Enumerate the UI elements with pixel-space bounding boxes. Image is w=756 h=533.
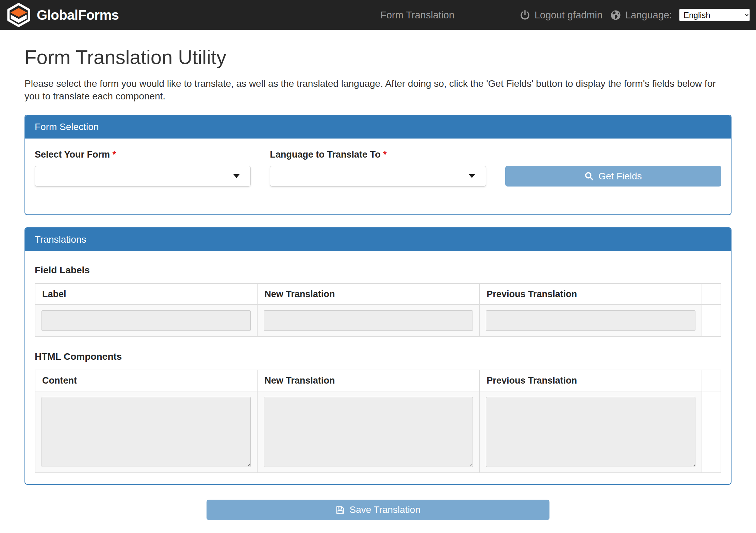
select-language-dropdown[interactable] [270,166,486,187]
select-form-label: Select Your Form * [35,149,251,160]
save-row: Save Translation [24,500,732,533]
form-selection-body: Select Your Form * Language to Translate… [25,139,731,214]
nav-item-form-translation[interactable]: Form Translation [380,0,455,30]
page-intro: Please select the form you would like to… [24,77,732,102]
brand[interactable]: GlobalForms [6,3,119,27]
top-navbar: GlobalForms Form Translation Logout gfad… [0,0,756,30]
html-components-heading: HTML Components [35,351,721,362]
search-icon [585,172,594,181]
select-form-dropdown[interactable] [35,166,251,187]
new-translation-textarea[interactable] [264,397,473,467]
column-header-empty [702,370,721,391]
column-header-label: Label [35,284,257,305]
empty-cell [702,391,721,473]
language-select[interactable]: English [679,9,750,21]
required-asterisk: * [113,149,116,160]
translations-header: Translations [25,228,731,251]
page-title: Form Translation Utility [24,46,732,68]
column-header-new-translation: New Translation [257,284,479,305]
get-fields-column: Get Fields [505,149,721,187]
table-row [35,391,721,473]
column-header-new-translation: New Translation [257,370,479,391]
column-header-content: Content [35,370,257,391]
globalforms-logo-icon [6,3,31,27]
field-labels-header-row: Label New Translation Previous Translati… [35,284,721,305]
column-header-empty [702,284,721,305]
field-new-translation-input[interactable] [264,310,473,331]
nav-right-group: Logout gfadmin Language: English [520,9,750,21]
table-row [35,305,721,337]
save-translation-button[interactable]: Save Translation [207,500,549,520]
select-form-group: Select Your Form * [35,149,251,187]
content-textarea[interactable] [42,397,251,467]
form-selection-header: Form Selection [25,115,731,139]
field-labels-heading: Field Labels [35,265,721,276]
column-header-previous-translation: Previous Translation [479,284,702,305]
translations-panel: Translations Field Labels Label New Tran… [24,227,732,485]
language-label: Language: [625,10,672,21]
brand-name: GlobalForms [37,7,119,23]
power-icon [520,10,530,20]
select-language-label: Language to Translate To * [270,149,486,160]
main-container: Form Translation Utility Please select t… [24,46,732,533]
form-selection-panel: Form Selection Select Your Form * Langua… [24,115,732,215]
field-label-input[interactable] [42,310,251,331]
column-header-previous-translation: Previous Translation [479,370,702,391]
chevron-down-icon [469,174,475,178]
html-components-header-row: Content New Translation Previous Transla… [35,370,721,391]
field-labels-table: Label New Translation Previous Translati… [35,283,721,337]
empty-cell [702,305,721,337]
logout-link[interactable]: Logout gfadmin [535,10,603,21]
chevron-down-icon [233,174,240,178]
html-components-table: Content New Translation Previous Transla… [35,370,721,473]
field-previous-translation-input[interactable] [486,310,695,331]
select-language-group: Language to Translate To * [270,149,486,187]
required-asterisk: * [383,149,387,160]
translations-body: Field Labels Label New Translation Previ… [25,251,731,484]
previous-translation-textarea[interactable] [486,397,695,467]
get-fields-button[interactable]: Get Fields [505,166,721,187]
floppy-disk-icon [335,505,345,515]
globe-icon [610,10,621,20]
